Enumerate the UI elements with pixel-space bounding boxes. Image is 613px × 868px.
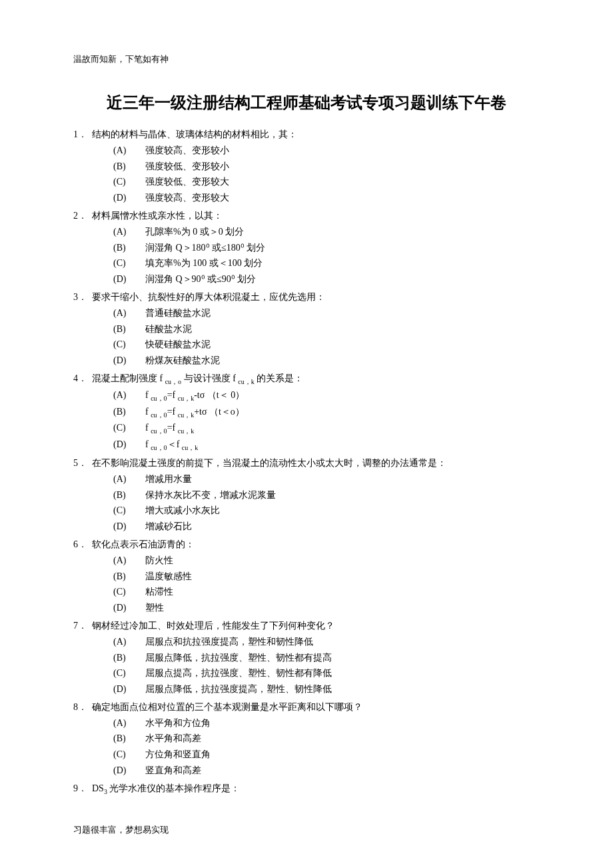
option-text: 屈服点提高，抗拉强度、塑性、韧性都有降低 xyxy=(145,665,540,681)
question-number: 8． xyxy=(73,699,92,715)
option-label: (D) xyxy=(113,271,145,287)
question-number: 6． xyxy=(73,537,92,553)
option-label: (B) xyxy=(113,321,145,337)
option-text: 强度较高、变形较大 xyxy=(145,190,540,206)
option-label: (C) xyxy=(113,747,145,763)
option-text: 孔隙率%为 0 或＞0 划分 xyxy=(145,224,540,240)
option: (B)f cu，0=f cu，k+tσ （t＜o） xyxy=(113,404,540,421)
option-text: 屈服点降低，抗拉强度、塑性、韧性都有提高 xyxy=(145,650,540,666)
option: (A)普通硅酸盐水泥 xyxy=(113,305,540,321)
question-text: 5．在不影响混凝土强度的前提下，当混凝土的流动性太小或太大时，调整的办法通常是： xyxy=(73,455,540,471)
option: (A)f cu，0=f cu，k-tσ （t＜ 0） xyxy=(113,387,540,404)
options: (A)孔隙率%为 0 或＞0 划分(B)润湿角 Q＞180⁰ 或≤180⁰ 划分… xyxy=(73,224,540,287)
question-text: 8．确定地面点位相对位置的三个基本观测量是水平距离和以下哪项？ xyxy=(73,699,540,715)
option-label: (A) xyxy=(113,305,145,321)
option-text: 强度较高、变形较小 xyxy=(145,143,540,159)
option-label: (C) xyxy=(113,420,145,437)
option: (D)屈服点降低，抗拉强度提高，塑性、韧性降低 xyxy=(113,681,540,697)
option: (B)保持水灰比不变，增减水泥浆量 xyxy=(113,487,540,503)
option-text: f cu，0＜f cu，k xyxy=(145,437,540,453)
option: (D)增减砂石比 xyxy=(113,519,540,535)
option-label: (A) xyxy=(113,143,145,159)
option: (D)f cu，0＜f cu，k xyxy=(113,437,540,453)
option: (D)粉煤灰硅酸盐水泥 xyxy=(113,353,540,369)
option-text: f cu，0=f cu，k xyxy=(145,420,540,437)
option-label: (A) xyxy=(113,224,145,240)
option-text: 润湿角 Q＞90⁰ 或≤90⁰ 划分 xyxy=(145,271,540,287)
page-title: 近三年一级注册结构工程师基础考试专项习题训练下午卷 xyxy=(73,92,540,113)
question-text: 6．软化点表示石油沥青的： xyxy=(73,537,540,553)
option-text: 普通硅酸盐水泥 xyxy=(145,305,540,321)
question: 9．DS3 光学水准仪的基本操作程序是： xyxy=(73,781,540,797)
question-number: 4． xyxy=(73,371,92,387)
option-text: 强度较低、变形较大 xyxy=(145,174,540,190)
option-label: (D) xyxy=(113,600,145,616)
option-label: (D) xyxy=(113,190,145,206)
question: 2．材料属憎水性或亲水性，以其：(A)孔隙率%为 0 或＞0 划分(B)润湿角 … xyxy=(73,208,540,287)
option: (A)水平角和方位角 xyxy=(113,715,540,731)
question: 4．混凝土配制强度 f cu，o 与设计强度 f cu，k 的关系是：(A)f … xyxy=(73,371,540,453)
option-label: (D) xyxy=(113,519,145,535)
option-label: (A) xyxy=(113,715,145,731)
question-stem: 混凝土配制强度 f cu，o 与设计强度 f cu，k 的关系是： xyxy=(92,371,540,387)
question-stem: 钢材经过冷加工、时效处理后，性能发生了下列何种变化？ xyxy=(92,618,540,634)
question-text: 9．DS3 光学水准仪的基本操作程序是： xyxy=(73,781,540,797)
option-label: (C) xyxy=(113,503,145,519)
option: (A)增减用水量 xyxy=(113,471,540,487)
option-label: (B) xyxy=(113,404,145,421)
question-text: 2．材料属憎水性或亲水性，以其： xyxy=(73,208,540,224)
question-text: 7．钢材经过冷加工、时效处理后，性能发生了下列何种变化？ xyxy=(73,618,540,634)
option-label: (A) xyxy=(113,553,145,569)
option: (C)增大或减小水灰比 xyxy=(113,503,540,519)
option: (C)快硬硅酸盐水泥 xyxy=(113,337,540,353)
option-text: 方位角和竖直角 xyxy=(145,747,540,763)
question-number: 3． xyxy=(73,289,92,305)
option: (C)方位角和竖直角 xyxy=(113,747,540,763)
option-label: (B) xyxy=(113,650,145,666)
option: (D)润湿角 Q＞90⁰ 或≤90⁰ 划分 xyxy=(113,271,540,287)
question: 3．要求干缩小、抗裂性好的厚大体积混凝土，应优先选用：(A)普通硅酸盐水泥(B)… xyxy=(73,289,540,369)
question: 7．钢材经过冷加工、时效处理后，性能发生了下列何种变化？(A)屈服点和抗拉强度提… xyxy=(73,618,540,697)
option-text: 屈服点和抗拉强度提高，塑性和韧性降低 xyxy=(145,634,540,650)
question-stem: 确定地面点位相对位置的三个基本观测量是水平距离和以下哪项？ xyxy=(92,699,540,715)
option-text: 硅酸盐水泥 xyxy=(145,321,540,337)
option: (B)温度敏感性 xyxy=(113,569,540,585)
option: (A)强度较高、变形较小 xyxy=(113,143,540,159)
option-text: 竖直角和高差 xyxy=(145,763,540,779)
option-text: 增大或减小水灰比 xyxy=(145,503,540,519)
option-text: 保持水灰比不变，增减水泥浆量 xyxy=(145,487,540,503)
question-number: 7． xyxy=(73,618,92,634)
option-label: (C) xyxy=(113,174,145,190)
option: (C)强度较低、变形较大 xyxy=(113,174,540,190)
question-stem: DS3 光学水准仪的基本操作程序是： xyxy=(92,781,540,797)
option-label: (D) xyxy=(113,353,145,369)
option-text: 粉煤灰硅酸盐水泥 xyxy=(145,353,540,369)
question: 1．结构的材料与晶体、玻璃体结构的材料相比，其：(A)强度较高、变形较小(B)强… xyxy=(73,127,540,206)
option: (D)竖直角和高差 xyxy=(113,763,540,779)
option-text: f cu，0=f cu，k-tσ （t＜ 0） xyxy=(145,387,540,404)
option: (C)屈服点提高，抗拉强度、塑性、韧性都有降低 xyxy=(113,665,540,681)
option-text: 填充率%为 100 或＜100 划分 xyxy=(145,255,540,271)
options: (A)强度较高、变形较小(B)强度较低、变形较小(C)强度较低、变形较大(D)强… xyxy=(73,143,540,206)
option-label: (A) xyxy=(113,387,145,404)
header-note: 温故而知新，下笔如有神 xyxy=(73,53,540,65)
option-label: (B) xyxy=(113,240,145,256)
option-text: 润湿角 Q＞180⁰ 或≤180⁰ 划分 xyxy=(145,240,540,256)
option-text: f cu，0=f cu，k+tσ （t＜o） xyxy=(145,404,540,421)
question-stem: 要求干缩小、抗裂性好的厚大体积混凝土，应优先选用： xyxy=(92,289,540,305)
questions-list: 1．结构的材料与晶体、玻璃体结构的材料相比，其：(A)强度较高、变形较小(B)强… xyxy=(73,127,540,797)
option: (B)硅酸盐水泥 xyxy=(113,321,540,337)
option-text: 快硬硅酸盐水泥 xyxy=(145,337,540,353)
footer-note: 习题很丰富，梦想易实现 xyxy=(73,824,540,836)
question: 6．软化点表示石油沥青的：(A)防火性(B)温度敏感性(C)粘滞性(D)塑性 xyxy=(73,537,540,616)
question-text: 1．结构的材料与晶体、玻璃体结构的材料相比，其： xyxy=(73,127,540,143)
option-label: (A) xyxy=(113,471,145,487)
question-number: 9． xyxy=(73,781,92,797)
option-text: 增减用水量 xyxy=(145,471,540,487)
question-stem: 在不影响混凝土强度的前提下，当混凝土的流动性太小或太大时，调整的办法通常是： xyxy=(92,455,540,471)
options: (A)屈服点和抗拉强度提高，塑性和韧性降低(B)屈服点降低，抗拉强度、塑性、韧性… xyxy=(73,634,540,697)
option-text: 屈服点降低，抗拉强度提高，塑性、韧性降低 xyxy=(145,681,540,697)
options: (A)增减用水量(B)保持水灰比不变，增减水泥浆量(C)增大或减小水灰比(D)增… xyxy=(73,471,540,535)
question-stem: 结构的材料与晶体、玻璃体结构的材料相比，其： xyxy=(92,127,540,143)
option-label: (B) xyxy=(113,569,145,585)
